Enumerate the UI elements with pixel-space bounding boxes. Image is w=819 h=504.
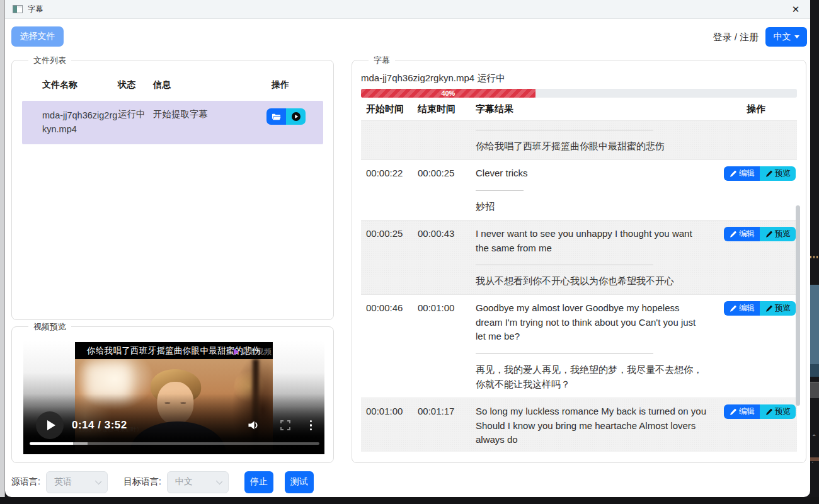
background-fragment: · [811,459,813,466]
language-dropdown-button[interactable]: 中文 [765,27,807,47]
edit-button[interactable]: 编辑 [724,227,760,241]
pencil-icon [765,231,772,238]
edit-button[interactable]: 编辑 [724,301,760,316]
background-fragment [810,382,819,398]
preview-button[interactable]: 预览 [760,166,796,181]
background-fragment [810,256,819,258]
pencil-icon [765,408,772,416]
file-list-panel: 文件列表 文件名称 状态 信息 操作 mda-jj7qh36zig2rgkyn.… [11,60,334,320]
target-language-label: 目标语言: [123,476,161,488]
subtitle-row[interactable]: 00:00:25 00:00:43 I never want to see yo… [361,220,797,295]
play-circle-icon [291,112,301,122]
window-title: 字幕 [28,4,43,14]
subtitle-table-header: 开始时间 结束时间 字幕结果 操作 [361,103,797,115]
open-folder-button[interactable] [266,108,286,125]
col-file-name: 文件名称 [22,79,118,91]
video-progress-buffer [73,442,88,445]
footer-toolbar: 源语言: 英语 目标语言: 中文 停止 测试 [11,471,325,493]
subtitle-start-time: 00:00:25 [361,227,413,241]
language-dropdown-label: 中文 [774,32,791,43]
fullscreen-icon[interactable] [280,420,291,431]
col-status: 状态 [118,79,153,91]
play-button[interactable] [36,411,64,439]
target-language-value: 中文 [175,476,193,488]
file-table-header: 文件名称 状态 信息 操作 [22,79,323,91]
subtitle-divider [476,265,653,265]
source-language-value: 英语 [54,476,72,488]
volume-icon[interactable] [247,418,261,432]
video-progress-played [30,442,73,445]
background-fragment: ⌃ [811,433,816,440]
video-preview-legend: 视频预览 [28,321,71,333]
test-button[interactable]: 测试 [285,471,314,493]
chevron-down-icon [216,478,222,484]
col-actions: 操作 [266,79,323,91]
subtitle-text-en: Clever tricks [476,166,707,181]
subtitle-divider [476,130,653,130]
file-table-row[interactable]: mda-jj7qh36zig2rgkyn.mp4 运行中 开始提取字幕 [22,101,323,144]
stop-button[interactable]: 停止 [244,471,273,493]
background-fragment [810,285,819,364]
subtitle-text-zh: 再见，我的爱人再见，我绝望的梦，我尽量不去想你，你就不能让我这样吗？ [476,362,707,392]
source-language-label: 源语言: [11,476,40,488]
subtitle-text-zh: 妙招 [476,199,707,214]
video-progress-bar[interactable] [30,442,319,445]
scrollbar-thumb[interactable] [796,205,800,406]
watermark: 好看视频 [232,346,272,357]
watermark-logo-icon [232,348,240,356]
file-list-legend: 文件列表 [28,55,71,66]
preview-button[interactable]: 预览 [760,404,796,419]
subtitle-panel: 字幕 mda-jj7qh36zig2rgkyn.mp4 运行中 40% 开始时间… [352,60,806,463]
pencil-icon [729,231,736,238]
subtitle-legend: 字幕 [369,55,395,66]
file-status: 运行中 [118,108,153,120]
subtitle-file-status: mda-jj7qh36zig2rgkyn.mp4 运行中 [361,72,505,84]
more-options-icon[interactable] [310,420,312,431]
subtitle-text-zh: 你给我唱了西班牙摇篮曲你眼中最甜蜜的悲伤 [476,139,707,153]
chevron-down-icon [794,35,799,41]
background-window-edge-left [0,0,5,497]
subtitle-rows: 你给我唱了西班牙摇篮曲你眼中最甜蜜的悲伤 编辑 预览 00:00:22 00:0… [361,120,797,452]
player-controls: 0:14 / 3:52 [36,411,316,439]
pencil-icon [729,170,736,178]
select-file-button[interactable]: 选择文件 [11,26,64,47]
pencil-icon [729,305,736,312]
login-register-link[interactable]: 登录 / 注册 [713,32,759,43]
extraction-progress-bar: 40% [361,89,797,98]
background-edge-bottom [0,497,819,504]
play-file-button[interactable] [286,108,306,125]
source-language-select[interactable]: 英语 [46,471,108,493]
subtitle-text-en: Goodbye my almost lover Goodbye my hopel… [476,301,707,344]
subtitle-row[interactable]: 00:00:46 00:01:00 Goodbye my almost love… [361,295,797,398]
file-name: mda-jj7qh36zig2rgkyn.mp4 [22,108,118,137]
pencil-icon [765,305,772,312]
subtitle-row[interactable]: 00:01:00 00:01:17 So long my luckless ro… [361,398,797,452]
watermark-text: 好看视频 [241,346,272,357]
subtitle-row[interactable]: 你给我唱了西班牙摇篮曲你眼中最甜蜜的悲伤 编辑 预览 [361,121,797,160]
edit-button[interactable]: 编辑 [724,404,760,419]
app-window: 字幕 ✕ 选择文件 登录 / 注册 中文 文件列表 文件名称 状态 信息 操作 … [5,0,810,497]
background-fragment [810,364,819,377]
col-info: 信息 [153,79,266,91]
preview-button[interactable]: 预览 [760,301,796,316]
col-actions: 操作 [715,103,797,115]
target-language-select[interactable]: 中文 [167,471,229,493]
play-icon [47,420,55,430]
video-player[interactable]: 你给我唱了西班牙摇篮曲你眼中最甜蜜的悲伤 好看视频 1996《罗密欧与朱丽叶》 … [23,341,324,454]
titlebar: 字幕 ✕ [5,0,810,19]
subtitle-text-en: I never want to see you unhappy I though… [476,227,707,255]
subtitle-divider [476,190,524,191]
background-window-edge-right: ⌃ · [810,0,819,504]
subtitle-text-en: So long my luckless romance My back is t… [476,404,707,447]
subtitle-row[interactable]: 00:00:22 00:00:25 Clever tricks 妙招 编辑 预览 [361,160,797,220]
subtitle-end-time: 00:00:25 [413,166,471,181]
edit-button[interactable]: 编辑 [724,166,760,181]
subtitle-divider [476,353,653,354]
video-preview-panel: 视频预览 你给我唱了西班牙摇篮曲你眼中最甜蜜的悲伤 好看视频 1996《罗密欧与… [11,326,334,463]
preview-button[interactable]: 预览 [760,227,796,241]
subtitle-end-time: 00:01:17 [413,404,471,419]
close-icon[interactable]: ✕ [789,3,803,16]
app-icon [13,5,23,13]
playback-time: 0:14 / 3:52 [72,419,127,432]
subtitle-text-zh: 我从不想看到你不开心我以为你也希望我不开心 [476,273,707,288]
